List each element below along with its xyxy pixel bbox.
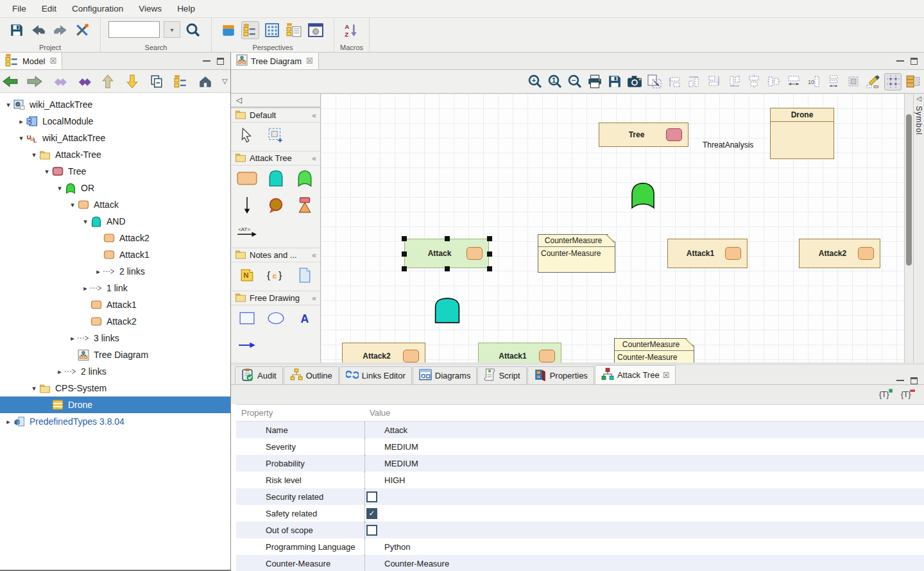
property-row-severity[interactable]: SeverityMEDIUM: [236, 438, 924, 455]
diagram-canvas[interactable]: ThreatAnalysisTreeDroneAttackCounterMeas…: [321, 93, 904, 362]
diagram-gate-and[interactable]: [433, 296, 461, 327]
property-row-safety-related[interactable]: Safety related✓: [236, 505, 924, 522]
sort-az-icon[interactable]: AZ: [342, 21, 360, 39]
search-dropdown-button[interactable]: ▾: [164, 21, 180, 38]
scrollbar-thumb[interactable]: [906, 114, 912, 266]
bucket-icon[interactable]: [219, 21, 237, 39]
palette-tool-note[interactable]: N: [232, 265, 261, 286]
property-value[interactable]: MEDIUM: [364, 455, 924, 472]
list-perspective-icon[interactable]: [285, 21, 303, 39]
expander-down-icon[interactable]: ▾: [68, 201, 77, 209]
tree-diagram-tab-close-icon[interactable]: ☒: [306, 56, 313, 65]
selection-handle[interactable]: [445, 236, 450, 241]
tree-item-cps-system[interactable]: ▾CPS-System: [0, 380, 230, 396]
tree-item-attack[interactable]: ▾Attack: [0, 196, 230, 213]
bottom-tab-attack-tree[interactable]: Attack Tree☒: [595, 365, 676, 384]
search-icon[interactable]: [184, 21, 202, 39]
node-badge-orange[interactable]: [858, 247, 874, 260]
selection-handle[interactable]: [402, 251, 407, 257]
section-fold-icon[interactable]: «: [312, 111, 316, 120]
center-horizontal-icon[interactable]: [745, 73, 762, 90]
menu-edit[interactable]: Edit: [35, 1, 64, 16]
selection-handle[interactable]: [487, 251, 492, 257]
copy-icon[interactable]: [149, 74, 164, 89]
print-icon[interactable]: [586, 73, 603, 90]
tree-perspective-icon[interactable]: [241, 21, 259, 39]
zoom-in-icon[interactable]: +: [526, 73, 543, 90]
tree-item-tree-diagram[interactable]: Tree Diagram: [0, 346, 230, 363]
property-row-counter-measure[interactable]: Counter-MeasureCounter-Measure: [236, 555, 924, 571]
palette-tool-ellipse[interactable]: [261, 308, 290, 328]
tree-item-attack1[interactable]: Attack1: [0, 246, 230, 263]
up-icon[interactable]: [100, 74, 116, 89]
expander-right-icon[interactable]: ▸: [55, 368, 64, 376]
tree-item-3-links[interactable]: ▸3 links: [0, 330, 230, 346]
palette-tool-down-arrow[interactable]: [232, 195, 261, 216]
palette-tool-sequence[interactable]: [290, 195, 319, 216]
palette-tool-and-gate[interactable]: [261, 168, 290, 189]
palette-tool-marquee-add[interactable]: [261, 125, 290, 146]
tab-model[interactable]: Model ☒: [0, 53, 62, 69]
property-value[interactable]: HIGH: [364, 472, 924, 488]
canvas-vertical-scrollbar[interactable]: [904, 93, 913, 362]
checkbox-safety-related[interactable]: ✓: [366, 508, 377, 519]
symbol-table-icon[interactable]: [904, 73, 921, 90]
expander-down-icon[interactable]: ▾: [30, 151, 38, 159]
expander-down-icon[interactable]: ▾: [17, 134, 26, 142]
down-icon[interactable]: [124, 74, 140, 89]
editor-maximize-button[interactable]: [911, 58, 918, 65]
snap-grid-icon[interactable]: [884, 73, 902, 90]
property-row-out-of-scope[interactable]: Out of scope: [236, 522, 924, 538]
tree-item-wiki-attacktree[interactable]: ▾wiki_AttackTree: [0, 96, 230, 113]
palette-tool-rectangle[interactable]: [232, 308, 261, 328]
undo-icon[interactable]: [30, 21, 47, 39]
expander-right-icon[interactable]: ▸: [94, 268, 103, 276]
checkbox-out-of-scope[interactable]: [366, 525, 377, 536]
bottom-tab-diagrams[interactable]: Diagrams: [413, 366, 477, 384]
property-row-programming-language[interactable]: Programming LanguagePython: [236, 538, 924, 555]
distribute-icon[interactable]: [825, 73, 842, 90]
back-icon[interactable]: [3, 74, 18, 89]
tree-item-attack2[interactable]: Attack2: [0, 313, 230, 330]
tree-item-2-links[interactable]: ▸2 links: [0, 263, 230, 280]
add-parameter-icon[interactable]: {T}: [879, 388, 893, 402]
palette-collapse-button[interactable]: ◁: [231, 94, 320, 108]
format-painter-icon[interactable]: [864, 73, 882, 90]
diagram-node-tree[interactable]: Tree: [599, 123, 689, 147]
expander-right-icon[interactable]: ▸: [4, 418, 13, 426]
property-value[interactable]: Python: [364, 538, 924, 555]
tree-item-or[interactable]: ▾OR: [0, 180, 230, 196]
expander-down-icon[interactable]: ▾: [30, 384, 38, 393]
expander-down-icon[interactable]: ▾: [42, 167, 51, 176]
menu-file[interactable]: File: [5, 1, 33, 16]
forward-icon[interactable]: [27, 74, 42, 89]
selection-handle[interactable]: [402, 266, 407, 271]
bottom-minimize-button[interactable]: [896, 378, 904, 381]
align-left-icon[interactable]: [685, 73, 703, 90]
same-height-icon[interactable]: 10: [805, 73, 822, 90]
screenshot-icon[interactable]: [626, 73, 643, 90]
diagram-gate-or[interactable]: [630, 181, 657, 212]
property-row-name[interactable]: NameAttack: [236, 422, 924, 438]
crop-frame-icon[interactable]: [844, 73, 862, 90]
align-top-icon[interactable]: [665, 73, 683, 90]
palette-tool-text[interactable]: A: [290, 308, 319, 328]
property-value[interactable]: Attack: [364, 422, 924, 438]
search-input[interactable]: [108, 21, 160, 38]
tree-item-1-link[interactable]: ▸1 link: [0, 280, 230, 296]
expander-down-icon[interactable]: ▾: [55, 184, 64, 192]
palette-tool-arrow[interactable]: [232, 335, 261, 355]
expander-right-icon[interactable]: ▸: [68, 334, 77, 343]
diagram-node-attack2b[interactable]: Attack2: [342, 343, 425, 362]
node-badge-pink[interactable]: [666, 128, 682, 141]
section-fold-icon[interactable]: «: [312, 154, 316, 163]
selection-handle[interactable]: [445, 266, 450, 271]
expander-down-icon[interactable]: ▾: [4, 101, 13, 109]
diagram-node-attack[interactable]: Attack: [404, 239, 489, 268]
palette-tool-or-gate[interactable]: [290, 168, 319, 189]
window-perspective-icon[interactable]: [307, 21, 325, 39]
tree-item-drone[interactable]: Drone: [0, 396, 230, 413]
bottom-tab-properties[interactable]: Properties: [527, 366, 594, 384]
diagram-node-drone[interactable]: Drone: [770, 108, 834, 159]
diagram-node-attack2[interactable]: Attack2: [799, 239, 880, 268]
